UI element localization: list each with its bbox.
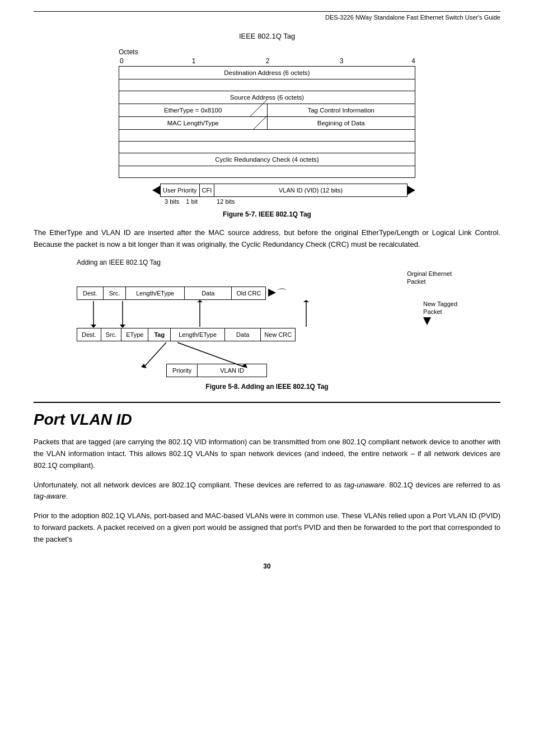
- row9-empty: [119, 166, 415, 178]
- left-arrow: [152, 184, 160, 197]
- old-dest: Dest.: [77, 287, 104, 300]
- dest-addr-empty: [119, 79, 415, 91]
- octet-0: 0: [120, 57, 157, 65]
- header-text: DES-3226 NWay Standalone Fast Ethernet S…: [325, 14, 500, 21]
- svg-line-16: [177, 342, 245, 367]
- bottom-detail: User Priority CFI VLAN ID (VID) (12 bits…: [119, 184, 415, 205]
- arrows-between: New Tagged Packet: [77, 300, 457, 328]
- tag-diagram: Octets 0 1 2 3 4 Destination Address (6 …: [119, 48, 415, 205]
- tag-control-cell: Tag Control Information: [268, 104, 415, 116]
- figure2-diagram: Adding an IEEE 802.1Q Tag Orginal Ethern…: [77, 259, 457, 378]
- svg-marker-10: [197, 300, 203, 302]
- user-priority-cell: User Priority: [160, 184, 200, 197]
- body-text-1: The EtherType and VLAN ID are inserted a…: [34, 227, 500, 251]
- new-tag: Tag: [148, 328, 171, 341]
- old-packet-row: Dest. Src. Length/EType Data Old CRC ⌒: [77, 287, 457, 300]
- old-crc: Old CRC: [232, 287, 266, 300]
- new-crc: New CRC: [261, 328, 296, 341]
- para3: Prior to the adoption 802.1Q VLANs, port…: [34, 510, 500, 545]
- figure1-title: IEEE 802.1Q Tag: [34, 32, 500, 40]
- cfi-cell: CFI: [200, 184, 215, 197]
- new-packet-row: Dest. Src. EType Tag Length/EType Data N…: [77, 328, 457, 341]
- new-tagged-label: New Tagged Packet: [423, 300, 457, 325]
- original-label-area: Orginal Ethernet Packet: [77, 270, 457, 286]
- vlan-id-cell: VLAN ID (VID) (12 bits): [214, 184, 407, 197]
- octets-numbers: 0 1 2 3 4: [119, 57, 415, 65]
- italic-tag-aware: tag-aware: [34, 492, 66, 500]
- svg-line-1: [254, 116, 267, 129]
- bits-12: 12 bits: [200, 198, 251, 205]
- old-lengthtype: Length/EType: [126, 287, 185, 300]
- figure2-caption: Figure 5-8. Adding an IEEE 802.1Q Tag: [34, 383, 500, 391]
- arrows-svg: [77, 300, 424, 328]
- section-title: Port VLAN ID: [34, 402, 500, 429]
- header: DES-3226 NWay Standalone Fast Ethernet S…: [34, 11, 500, 21]
- octet-4: 4: [378, 57, 415, 65]
- old-crc-arrow: [268, 289, 276, 298]
- mac-cell: MAC Length/Type: [119, 117, 268, 129]
- bits-1: 1 bit: [184, 198, 200, 205]
- figure2-title: Adding an IEEE 802.1Q Tag: [77, 259, 457, 266]
- svg-line-0: [250, 100, 267, 116]
- old-packet-table: Dest. Src. Length/EType Data Old CRC: [77, 287, 266, 300]
- right-arrow: [407, 184, 415, 197]
- svg-marker-12: [303, 300, 309, 302]
- new-packet-table: Dest. Src. EType Tag Length/EType Data N…: [77, 328, 296, 341]
- row7-empty: [119, 142, 415, 153]
- svg-marker-3: [407, 186, 415, 195]
- dest-addr-row: Destination Address (6 octets): [119, 66, 415, 79]
- svg-marker-4: [268, 289, 276, 297]
- figure1-caption: Figure 5-7. IEEE 802.1Q Tag: [34, 210, 500, 218]
- svg-marker-13: [423, 317, 431, 325]
- bottom-cells: User Priority CFI VLAN ID (VID) (12 bits…: [152, 184, 415, 197]
- curve-indicator: ⌒: [277, 287, 287, 300]
- new-dest: Dest.: [77, 328, 101, 341]
- ethertype-cell: EtherType = 0x8100: [119, 104, 268, 116]
- svg-marker-6: [91, 325, 96, 328]
- row6-empty: [119, 130, 415, 142]
- detail-arrows-svg: [133, 341, 357, 369]
- new-tagged-arrow: [423, 317, 431, 325]
- new-lengthtype: Length/EType: [171, 328, 225, 341]
- old-data: Data: [185, 287, 232, 300]
- italic-tag-unaware: tag-unaware: [344, 481, 385, 489]
- new-etype: EType: [121, 328, 148, 341]
- svg-marker-8: [120, 325, 125, 328]
- ethertype-row: EtherType = 0x8100 Tag Control Informati…: [119, 104, 415, 117]
- new-data: Data: [225, 328, 261, 341]
- crc-row: Cyclic Redundancy Check (4 octets): [119, 153, 415, 166]
- src-addr-row: Source Address (6 octets): [119, 91, 415, 104]
- octets-label: Octets: [119, 48, 415, 56]
- original-label: Orginal Ethernet Packet: [407, 270, 452, 286]
- octet-3: 3: [305, 57, 378, 65]
- new-src: Src.: [101, 328, 121, 341]
- bits-labels: 3 bits 1 bit 12 bits: [160, 198, 415, 205]
- beg-data-cell: Begining of Data: [268, 117, 415, 129]
- svg-line-14: [144, 342, 166, 367]
- page-number: 30: [34, 562, 500, 570]
- para2: Unfortunately, not all network devices a…: [34, 480, 500, 503]
- bits-3: 3 bits: [160, 198, 184, 205]
- old-src: Src.: [103, 287, 126, 300]
- detail-arrows: [77, 341, 457, 369]
- page: DES-3226 NWay Standalone Fast Ethernet S…: [0, 0, 534, 756]
- svg-marker-2: [152, 186, 160, 195]
- para1: Packets that are tagged (are carrying th…: [34, 436, 500, 471]
- octet-2: 2: [231, 57, 305, 65]
- mac-row: MAC Length/Type Begining of Data: [119, 117, 415, 130]
- octet-1: 1: [157, 57, 231, 65]
- svg-marker-17: [242, 364, 247, 368]
